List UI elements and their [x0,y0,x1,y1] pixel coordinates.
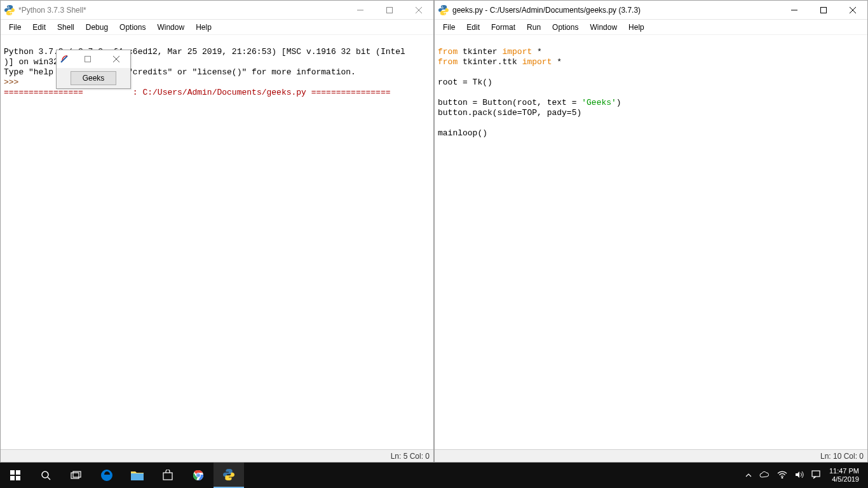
python-icon [438,5,449,15]
svg-rect-29 [812,471,820,477]
editor-window: geeks.py - C:/Users/Admin/Documents/geek… [434,0,868,463]
svg-line-20 [48,477,50,480]
tray-wifi-icon[interactable] [773,470,791,480]
svg-rect-16 [16,470,20,475]
shell-help-a: Type "help [4,67,53,77]
restart-sep-right: ================ [311,88,391,97]
menu-options[interactable]: Options [114,22,151,33]
taskbar: 11:47 PM 4/5/2019 [0,463,868,488]
menu-edit[interactable]: Edit [461,22,485,33]
search-button[interactable] [31,463,61,488]
shell-help-b: "credits" or "license()" for more inform… [128,67,356,77]
code-button-a: button = Button(root, text = [438,98,581,107]
svg-rect-21 [71,473,79,478]
menu-shell[interactable]: Shell [51,22,80,33]
editor-content[interactable]: from tkinter import * from tkinter.ttk i… [435,35,867,449]
minimize-button[interactable] [346,1,375,19]
shell-window-buttons [346,1,433,19]
geeks-button[interactable]: Geeks [71,71,117,85]
tk-titlebar[interactable] [57,50,130,68]
code-button-c: ) [616,98,621,107]
svg-rect-18 [16,476,20,480]
svg-point-19 [42,471,48,478]
shell-titlebar[interactable]: *Python 3.7.3 Shell* [1,1,433,20]
star: * [552,57,562,67]
svg-point-10 [444,13,445,15]
editor-statusbar: Ln: 10 Col: 0 [435,449,867,462]
start-button[interactable] [0,463,31,488]
menu-window[interactable]: Window [584,22,623,33]
svg-rect-17 [10,476,15,480]
shell-banner-2: )] on win32 [4,57,58,67]
svg-rect-23 [163,473,172,480]
taskbar-left [0,463,244,488]
tray-action-center-icon[interactable] [808,470,824,481]
maximize-button[interactable] [809,1,838,19]
chrome-icon[interactable] [183,463,214,488]
svg-rect-15 [10,470,15,475]
menu-window[interactable]: Window [151,22,190,33]
svg-rect-3 [387,7,393,13]
menu-options[interactable]: Options [546,22,584,33]
store-icon[interactable] [153,463,183,488]
menu-help[interactable]: Help [190,22,217,33]
tray-onedrive-icon[interactable] [756,470,773,480]
restart-sep-left: ================ [4,88,83,97]
tk-maximize-button[interactable] [73,50,102,68]
shell-cursor-pos: Ln: 5 Col: 0 [391,452,430,461]
idle-taskbar-icon[interactable] [214,463,244,488]
editor-window-buttons [780,1,867,19]
svg-rect-12 [821,7,827,13]
python-icon [4,5,15,15]
clock-time: 11:47 PM [829,467,859,475]
restart-path: : C:/Users/Admin/Documents/geeks.py [133,88,311,97]
svg-rect-22 [73,471,81,477]
menu-file[interactable]: File [437,22,461,33]
taskbar-right: 11:47 PM 4/5/2019 [742,463,868,488]
task-view-button[interactable] [61,463,92,488]
kw-import: import [522,57,552,67]
mod-tkinter-ttk: tkinter.ttk [458,57,522,67]
code-mainloop: mainloop() [438,128,487,138]
editor-titlebar[interactable]: geeks.py - C:/Users/Admin/Documents/geek… [435,1,867,20]
shell-statusbar: Ln: 5 Col: 0 [1,449,433,462]
menu-run[interactable]: Run [521,22,546,33]
svg-point-1 [10,13,11,15]
menu-debug[interactable]: Debug [80,22,114,33]
menu-edit[interactable]: Edit [27,22,51,33]
kw-from: from [438,57,458,67]
editor-menubar: File Edit Format Run Options Window Help [435,20,867,35]
minimize-button[interactable] [780,1,809,19]
tk-window[interactable]: Geeks [56,50,131,89]
kw-import: import [502,47,532,57]
file-explorer-icon[interactable] [122,463,153,488]
editor-cursor-pos: Ln: 10 Col: 0 [820,452,864,461]
maximize-button[interactable] [375,1,404,19]
clock-date: 4/5/2019 [829,475,859,484]
shell-content[interactable]: Python 3.7.3 (v3.7.3:ef4ec6ed12, Mar 25 … [1,35,433,449]
tray-volume-icon[interactable] [791,470,808,481]
clock[interactable]: 11:47 PM 4/5/2019 [824,467,864,484]
menu-file[interactable]: File [3,22,27,33]
tray-chevron-icon[interactable] [742,470,756,480]
code-string: 'Geeks' [581,98,616,107]
star: * [532,47,542,57]
editor-title: geeks.py - C:/Users/Admin/Documents/geek… [452,6,780,15]
svg-point-27 [197,474,200,477]
mod-tkinter: tkinter [458,47,502,57]
tk-close-button[interactable] [102,50,130,68]
kw-from: from [438,47,458,57]
close-button[interactable] [838,1,867,19]
shell-menubar: File Edit Shell Debug Options Window Hel… [1,20,433,35]
code-pack: button.pack(side=TOP, pady=5) [438,108,581,118]
svg-rect-6 [85,57,90,62]
shell-prompt: >>> [4,78,18,87]
svg-point-28 [782,477,783,478]
edge-icon[interactable] [92,463,122,488]
shell-title: *Python 3.7.3 Shell* [18,6,346,15]
tk-body: Geeks [57,68,130,88]
menu-format[interactable]: Format [485,22,521,33]
menu-help[interactable]: Help [623,22,650,33]
close-button[interactable] [404,1,433,19]
svg-point-9 [442,6,443,7]
